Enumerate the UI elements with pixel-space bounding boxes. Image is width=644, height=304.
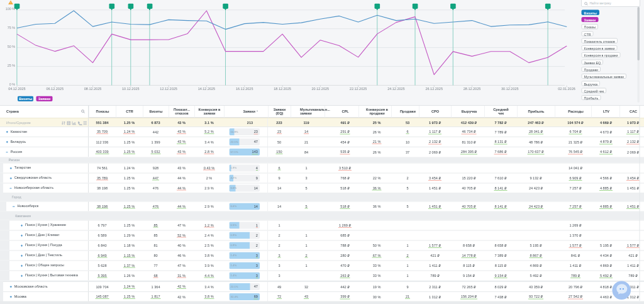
svg-text:12.12.2025: 12.12.2025 bbox=[160, 87, 177, 91]
svg-text:08.12.2025: 08.12.2025 bbox=[84, 87, 102, 91]
svg-text:02.01.2026: 02.01.2026 bbox=[558, 87, 575, 91]
svg-text:75 %: 75 % bbox=[8, 26, 15, 30]
svg-text:10.12.2025: 10.12.2025 bbox=[122, 87, 140, 91]
svg-text:22.12.2025: 22.12.2025 bbox=[350, 87, 367, 91]
svg-text:25 %: 25 % bbox=[8, 64, 15, 67]
svg-text:06.12.2025: 06.12.2025 bbox=[46, 87, 64, 91]
svg-text:100 %: 100 % bbox=[6, 7, 15, 11]
svg-text:18.12.2025: 18.12.2025 bbox=[274, 87, 291, 91]
svg-text:16.12.2025: 16.12.2025 bbox=[236, 87, 253, 91]
svg-text:30.12.2025: 30.12.2025 bbox=[501, 87, 519, 91]
svg-text:26.12.2025: 26.12.2025 bbox=[425, 87, 443, 91]
svg-text:04.12.2025: 04.12.2025 bbox=[8, 87, 26, 91]
svg-text:0 %: 0 % bbox=[9, 82, 15, 86]
svg-text:14.12.2025: 14.12.2025 bbox=[198, 87, 216, 91]
svg-text:20.12.2025: 20.12.2025 bbox=[312, 87, 330, 91]
svg-text:24.12.2025: 24.12.2025 bbox=[387, 87, 405, 91]
svg-text:28.12.2025: 28.12.2025 bbox=[464, 87, 481, 91]
svg-text:50 %: 50 % bbox=[8, 45, 15, 48]
